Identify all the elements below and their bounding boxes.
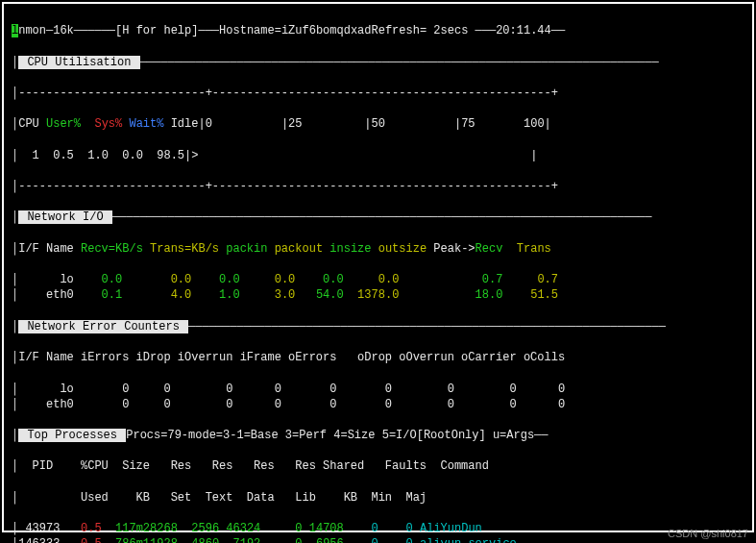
top-cols2: Used KB Set Text Data Lib KB Min Maj [18,491,427,505]
program-name: nmon [18,24,46,37]
refresh-value: 2secs [427,24,475,37]
cpu-divider: │---------------------------+-----------… [12,86,744,101]
cpu-col-cpu: CPU [18,117,39,131]
net-col-trans: Trans=KB/s [150,242,219,256]
net-col-if: I/F Name [18,242,74,256]
cpu-headers: │CPU User% Sys% Wait% Idle|0 |25 |50 |75… [12,116,744,132]
cpu-title: CPU Utilisation [18,56,139,69]
hostname-value: iZuf6bomqdxad [281,24,372,37]
cpu-scale-100: 100 [524,117,545,131]
cpu-section-header: │ CPU Utilisation ──────────────────────… [12,55,744,70]
cpu-col-sys: Sys% [94,117,122,131]
top-headers2: │ Used KB Set Text Data Lib KB Min Maj [12,490,744,506]
process-row: │ 43973 0.5 117m28268 2596 46324 0 14708… [12,521,744,536]
terminal-window: lnmon─16k──────[H for help]───Hostname=i… [2,2,754,532]
top-subtitle: Procs=79-mode=3-1=Base 3=Perf 4=Size 5=I… [126,429,534,442]
cpu-scale-25: 25 [288,117,302,131]
help-hint[interactable]: [H for help] [115,24,198,37]
cpu-col-wait: Wait% [129,117,163,131]
watermark: CSDN @shi0817 [668,528,748,539]
cpu-scale-0: 0 [206,117,212,131]
cpu-idle-val: 98.5 [143,149,184,162]
top-title: Top Processes [18,429,126,442]
net-title: Network I/O [18,210,112,224]
net-headers: │I/F Name Recv=KB/s Trans=KB/s packin pa… [12,241,744,257]
net-col-packin: packin [226,242,267,256]
header-line: lnmon─16k──────[H for help]───Hostname=i… [12,23,744,38]
neterr-row: │ eth0 0 0 0 0 0 0 0 0 0 [12,397,744,412]
top-cols1: PID %CPU Size Res Res Res Res Shared Fau… [18,459,489,473]
neterr-section-header: │ Network Error Counters ───────────────… [12,319,744,334]
net-col-insize: insize [329,242,371,256]
top-section-header: │ Top Processes Procs=79-mode=3-1=Base 3… [12,428,744,443]
process-row: │146333 0.5 786m11928 4860 7192 0 6956 0… [12,536,744,543]
net-col-recv: Recv=KB/s [81,242,143,256]
neterr-cols: I/F Name iErrors iDrop iOverrun iFrame o… [18,351,565,364]
net-row: │ eth0 0.1 4.0 1.0 3.0 54.0 1378.0 18.0 … [12,287,744,303]
refresh-label: Refresh= [372,24,427,37]
clock: 20:11.44 [496,24,551,37]
net-col-precv: Recv [476,242,503,256]
neterr-title: Network Error Counters [18,320,188,333]
net-section-header: │ Network I/O ──────────────────────────… [12,210,744,225]
neterr-headers: │I/F Name iErrors iDrop iOverrun iFrame … [12,350,744,365]
net-row: │ lo 0.0 0.0 0.0 0.0 0.0 0.0 0.7 0.7 [12,272,744,287]
net-col-ptrans: Trans [517,242,551,256]
net-col-outsize: outsize [378,242,427,256]
cpu-divider2: │---------------------------+-----------… [12,179,744,194]
cpu-col-idle: Idle [163,117,198,131]
cpu-col-user: User% [46,117,81,131]
cpu-scale-50: 50 [372,117,385,131]
cpu-sys-val: 1.0 [74,149,109,162]
top-headers1: │ PID %CPU Size Res Res Res Res Shared F… [12,458,744,474]
net-col-packout: packout [275,242,323,256]
cpu-row-1: │ 1 0.5 1.0 0.0 98.5|> | [12,148,744,163]
hostname-label: Hostname= [219,24,281,37]
cpu-scale-75: 75 [461,117,475,131]
net-col-peak: Peak-> [433,242,475,256]
cpu-id: 1 [18,149,39,162]
cpu-user-val: 0.5 [39,149,74,162]
neterr-row: │ lo 0 0 0 0 0 0 0 0 0 [12,382,744,397]
version: 16k [53,24,74,37]
cpu-wait-val: 0.0 [109,149,143,162]
